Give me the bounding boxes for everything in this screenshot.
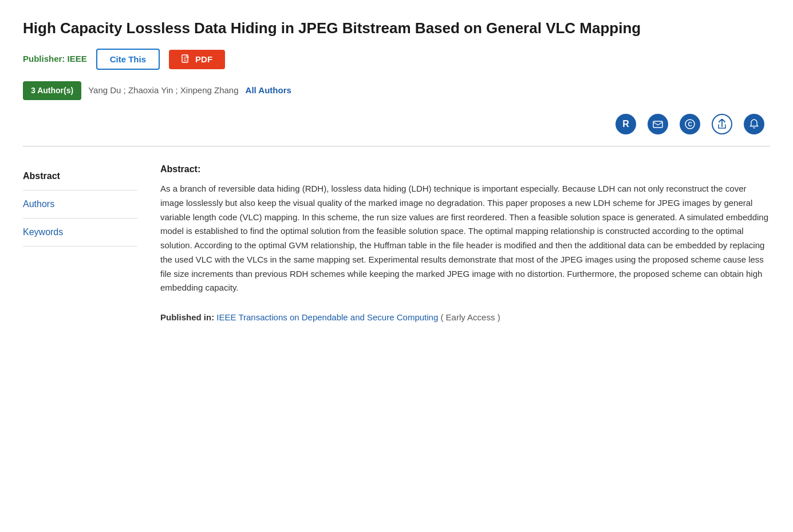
publisher-label: Publisher: IEEE bbox=[23, 53, 87, 66]
pdf-icon bbox=[182, 54, 191, 65]
page-wrapper: High Capacity Lossless Data Hiding in JP… bbox=[0, 0, 793, 347]
cite-this-button[interactable]: Cite This bbox=[96, 49, 160, 70]
sidebar-item-authors[interactable]: Authors bbox=[23, 190, 137, 219]
divider bbox=[23, 146, 770, 146]
svg-text:C: C bbox=[688, 121, 692, 128]
pdf-button[interactable]: PDF bbox=[169, 50, 225, 69]
sidebar-item-keywords[interactable]: Keywords bbox=[23, 219, 137, 247]
authors-names: Yang Du ; Zhaoxia Yin ; Xinpeng Zhang bbox=[88, 84, 238, 97]
researchgate-icon[interactable]: R bbox=[616, 114, 636, 134]
abstract-heading: Abstract: bbox=[160, 162, 770, 176]
authors-list: Yang Du ; Zhaoxia Yin ; Xinpeng Zhang bbox=[88, 85, 238, 95]
email-icon[interactable] bbox=[648, 114, 668, 134]
pdf-label: PDF bbox=[195, 54, 212, 64]
share-icon[interactable] bbox=[712, 114, 732, 134]
published-in: Published in: IEEE Transactions on Depen… bbox=[160, 311, 770, 324]
journal-link[interactable]: IEEE Transactions on Dependable and Secu… bbox=[216, 312, 438, 322]
sidebar: Abstract Authors Keywords bbox=[23, 162, 149, 324]
authors-badge: 3 Author(s) bbox=[23, 81, 81, 100]
content-area: Abstract Authors Keywords Abstract: As a… bbox=[23, 162, 770, 324]
meta-row: Publisher: IEEE Cite This PDF bbox=[23, 49, 770, 70]
published-in-label: Published in: bbox=[160, 312, 214, 322]
abstract-text: As a branch of reversible data hiding (R… bbox=[160, 182, 770, 295]
authors-row: 3 Author(s) Yang Du ; Zhaoxia Yin ; Xinp… bbox=[23, 81, 770, 100]
main-content: Abstract: As a branch of reversible data… bbox=[149, 162, 770, 324]
sidebar-item-abstract: Abstract bbox=[23, 162, 137, 190]
svg-rect-1 bbox=[653, 121, 662, 128]
paper-title: High Capacity Lossless Data Hiding in JP… bbox=[23, 18, 770, 38]
action-icons-row: R C bbox=[23, 114, 770, 134]
early-access-label: ( Early Access ) bbox=[440, 312, 500, 322]
copyright-icon[interactable]: C bbox=[680, 114, 700, 134]
all-authors-link[interactable]: All Authors bbox=[246, 84, 291, 97]
bell-icon[interactable] bbox=[744, 114, 764, 134]
